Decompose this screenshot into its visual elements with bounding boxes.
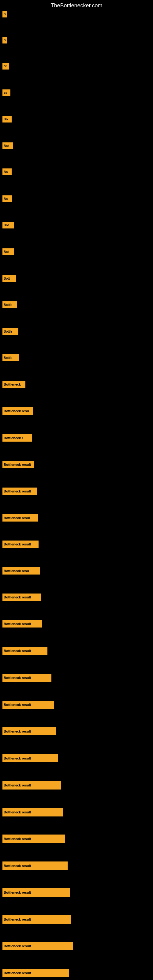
bar-item-21: Bottleneck result bbox=[2, 541, 38, 548]
bar-item-5: Bo bbox=[2, 116, 12, 123]
bar-label-6: Bot bbox=[2, 142, 13, 149]
bar-item-33: Bottleneck result bbox=[2, 861, 68, 870]
bar-item-3: Bo bbox=[2, 63, 9, 70]
bar-item-7: Bo bbox=[2, 169, 12, 175]
bar-label-35: Bottleneck result bbox=[2, 915, 71, 924]
bar-label-2: B bbox=[2, 37, 7, 43]
bar-label-14: Bottle bbox=[2, 354, 19, 361]
bar-item-34: Bottleneck result bbox=[2, 888, 70, 897]
bar-item-29: Bottleneck result bbox=[2, 754, 58, 762]
bar-label-18: Bottleneck result bbox=[2, 461, 34, 468]
bar-label-3: Bo bbox=[2, 63, 9, 70]
bar-label-1: B bbox=[2, 11, 7, 18]
bar-item-24: Bottleneck result bbox=[2, 620, 42, 627]
bar-label-9: Bot bbox=[2, 222, 14, 229]
bar-label-31: Bottleneck result bbox=[2, 808, 63, 816]
bar-item-14: Bottle bbox=[2, 354, 19, 361]
bar-label-25: Bottleneck result bbox=[2, 647, 48, 655]
bar-label-17: Bottleneck r bbox=[2, 434, 32, 442]
bar-item-6: Bot bbox=[2, 142, 13, 149]
bar-label-11: Bott bbox=[2, 275, 16, 282]
bar-item-4: Bo bbox=[2, 89, 10, 96]
bar-item-17: Bottleneck r bbox=[2, 434, 32, 442]
bar-item-26: Bottleneck result bbox=[2, 674, 51, 682]
site-title: TheBottlenecker.com bbox=[51, 2, 102, 9]
bar-item-12: Bottle bbox=[2, 301, 17, 308]
bar-item-13: Bottle bbox=[2, 328, 18, 335]
bar-label-26: Bottleneck result bbox=[2, 674, 51, 682]
bar-label-15: Bottleneck bbox=[2, 381, 26, 388]
bar-item-10: Bot bbox=[2, 248, 14, 255]
bar-item-25: Bottleneck result bbox=[2, 647, 48, 655]
bar-item-27: Bottleneck result bbox=[2, 701, 54, 709]
bar-item-19: Bottleneck result bbox=[2, 488, 37, 495]
bar-item-18: Bottleneck result bbox=[2, 461, 34, 468]
bar-item-9: Bot bbox=[2, 222, 14, 229]
bar-item-20: Bottleneck resul bbox=[2, 514, 38, 522]
bar-item-30: Bottleneck result bbox=[2, 781, 61, 789]
bar-label-4: Bo bbox=[2, 89, 10, 96]
bar-item-31: Bottleneck result bbox=[2, 808, 63, 816]
bar-label-5: Bo bbox=[2, 116, 12, 123]
bar-item-16: Bottleneck resu bbox=[2, 407, 33, 415]
bar-label-8: Bo bbox=[2, 196, 12, 202]
bar-item-11: Bott bbox=[2, 275, 16, 282]
bar-item-23: Bottleneck result bbox=[2, 593, 41, 601]
bar-item-15: Bottleneck bbox=[2, 381, 26, 388]
bar-label-12: Bottle bbox=[2, 301, 17, 308]
bar-label-33: Bottleneck result bbox=[2, 861, 68, 870]
bar-item-37: Bottleneck result bbox=[2, 969, 69, 977]
bar-item-36: Bottleneck result bbox=[2, 942, 73, 950]
bar-label-13: Bottle bbox=[2, 328, 18, 335]
bar-label-37: Bottleneck result bbox=[2, 969, 69, 977]
bar-label-24: Bottleneck result bbox=[2, 620, 42, 627]
bar-label-20: Bottleneck resul bbox=[2, 514, 38, 522]
bar-label-30: Bottleneck result bbox=[2, 781, 61, 789]
bar-label-29: Bottleneck result bbox=[2, 754, 58, 762]
bar-label-22: Bottleneck resu bbox=[2, 567, 40, 574]
bar-label-16: Bottleneck resu bbox=[2, 407, 33, 415]
bar-label-21: Bottleneck result bbox=[2, 541, 38, 548]
bar-item-8: Bo bbox=[2, 196, 12, 202]
bar-label-23: Bottleneck result bbox=[2, 593, 41, 601]
bar-label-36: Bottleneck result bbox=[2, 942, 73, 950]
bar-item-32: Bottleneck result bbox=[2, 835, 65, 843]
bar-label-7: Bo bbox=[2, 169, 12, 175]
bar-label-28: Bottleneck result bbox=[2, 727, 56, 735]
bar-label-19: Bottleneck result bbox=[2, 488, 37, 495]
bar-item-22: Bottleneck resu bbox=[2, 567, 40, 574]
bar-item-1: B bbox=[2, 11, 7, 18]
bar-label-27: Bottleneck result bbox=[2, 701, 54, 709]
bar-item-28: Bottleneck result bbox=[2, 727, 56, 735]
bar-item-35: Bottleneck result bbox=[2, 915, 71, 924]
bar-label-10: Bot bbox=[2, 248, 14, 255]
bar-item-2: B bbox=[2, 37, 7, 43]
bar-label-32: Bottleneck result bbox=[2, 835, 65, 843]
bar-label-34: Bottleneck result bbox=[2, 888, 70, 897]
